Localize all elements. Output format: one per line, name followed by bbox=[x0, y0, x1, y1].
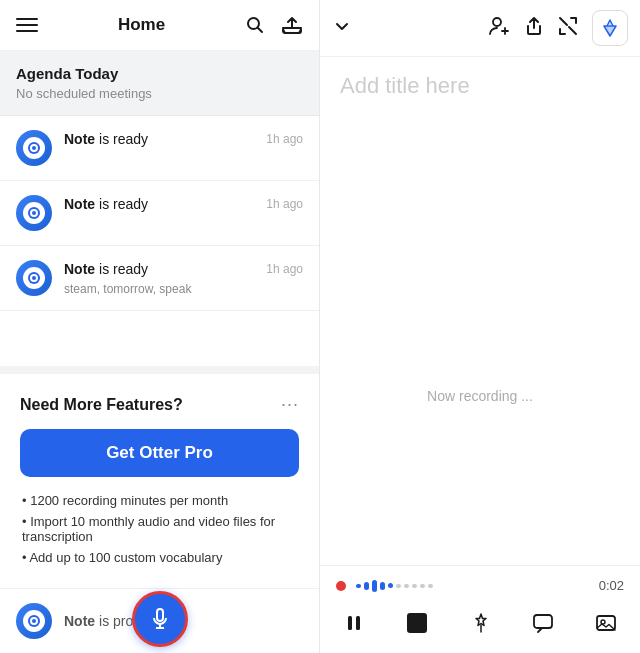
recording-timer: 0:02 bbox=[599, 578, 624, 593]
right-panel: Add title here Now recording ... 0:02 bbox=[320, 0, 640, 653]
expand-button[interactable] bbox=[558, 16, 578, 41]
image-button[interactable] bbox=[588, 605, 624, 641]
wave-bar-2 bbox=[364, 582, 369, 590]
note-time-2: 1h ago bbox=[266, 197, 303, 211]
waveform bbox=[356, 580, 433, 592]
svg-rect-1 bbox=[16, 24, 38, 26]
pause-button[interactable] bbox=[336, 605, 372, 641]
mic-button-wrapper bbox=[132, 591, 188, 647]
mic-record-button[interactable] bbox=[132, 591, 188, 647]
note-item-3[interactable]: Note is ready steam, tomorrow, speak 1h … bbox=[0, 246, 319, 311]
header-title: Home bbox=[118, 15, 165, 35]
search-button[interactable] bbox=[245, 15, 265, 35]
recording-status: Now recording ... bbox=[427, 388, 533, 404]
agenda-subtitle: No scheduled meetings bbox=[16, 86, 303, 101]
wave-bar-1 bbox=[356, 584, 361, 588]
note-item-1[interactable]: Note is ready 1h ago bbox=[0, 116, 319, 181]
promo-feature-1: 1200 recording minutes per month bbox=[20, 493, 299, 508]
notes-list: Note is ready 1h ago Note is ready 1h ag… bbox=[0, 116, 319, 366]
svg-rect-7 bbox=[356, 616, 360, 630]
wave-bar-10 bbox=[428, 584, 433, 588]
note-content-1: Note is ready bbox=[64, 130, 254, 150]
wave-bar-6 bbox=[396, 584, 401, 588]
chat-button[interactable] bbox=[525, 605, 561, 641]
note-text-3: Note is ready bbox=[64, 260, 254, 280]
promo-header: Need More Features? ··· bbox=[20, 394, 299, 415]
recording-dot bbox=[336, 581, 346, 591]
avatar-3 bbox=[16, 260, 52, 296]
wave-bar-5 bbox=[388, 583, 393, 588]
avatar-2 bbox=[16, 195, 52, 231]
stop-button[interactable] bbox=[399, 605, 435, 641]
processing-avatar bbox=[16, 603, 52, 639]
svg-rect-4 bbox=[283, 28, 301, 33]
svg-point-5 bbox=[493, 18, 501, 26]
promo-features: 1200 recording minutes per month Import … bbox=[20, 493, 299, 565]
agenda-title: Agenda Today bbox=[16, 65, 303, 82]
promo-feature-3: Add up to 100 custom vocabulary bbox=[20, 550, 299, 565]
share-button[interactable] bbox=[524, 16, 544, 41]
svg-rect-0 bbox=[16, 18, 38, 20]
mic-icon bbox=[148, 607, 172, 631]
wave-bar-7 bbox=[404, 584, 409, 588]
pin-button[interactable] bbox=[462, 605, 498, 641]
wave-bar-3 bbox=[372, 580, 377, 592]
right-content-area: Add title here Now recording ... bbox=[320, 57, 640, 565]
promo-section: Need More Features? ··· Get Otter Pro 12… bbox=[0, 366, 319, 603]
note-tags-3: steam, tomorrow, speak bbox=[64, 282, 254, 296]
svg-rect-6 bbox=[348, 616, 352, 630]
note-title-placeholder[interactable]: Add title here bbox=[340, 73, 620, 99]
note-time-1: 1h ago bbox=[266, 132, 303, 146]
diamond-button[interactable] bbox=[592, 10, 628, 46]
wave-bar-4 bbox=[380, 582, 385, 590]
note-time-3: 1h ago bbox=[266, 262, 303, 276]
recording-indicator: 0:02 bbox=[336, 578, 624, 593]
note-text-2: Note is ready bbox=[64, 195, 254, 215]
left-panel: Home Agenda Today No scheduled meetings bbox=[0, 0, 320, 653]
wave-bar-8 bbox=[412, 584, 417, 588]
upload-button[interactable] bbox=[281, 14, 303, 36]
note-item-2[interactable]: Note is ready 1h ago bbox=[0, 181, 319, 246]
svg-rect-8 bbox=[534, 615, 552, 628]
add-person-button[interactable] bbox=[488, 15, 510, 42]
right-header-left-icons bbox=[332, 16, 352, 41]
get-pro-button[interactable]: Get Otter Pro bbox=[20, 429, 299, 477]
promo-feature-2: Import 10 monthly audio and video files … bbox=[20, 514, 299, 544]
right-header-right-icons bbox=[488, 10, 628, 46]
avatar-1 bbox=[16, 130, 52, 166]
stop-icon bbox=[407, 613, 427, 633]
menu-button[interactable] bbox=[16, 14, 38, 36]
recording-bar: 0:02 bbox=[320, 565, 640, 653]
right-header bbox=[320, 0, 640, 57]
agenda-section: Agenda Today No scheduled meetings bbox=[0, 51, 319, 116]
note-content-2: Note is ready bbox=[64, 195, 254, 215]
header-icons bbox=[245, 14, 303, 36]
promo-title: Need More Features? bbox=[20, 396, 183, 414]
left-header: Home bbox=[0, 0, 319, 51]
svg-rect-2 bbox=[16, 30, 38, 32]
bottom-processing-bar: Note is processing bbox=[0, 588, 319, 653]
note-content-3: Note is ready steam, tomorrow, speak bbox=[64, 260, 254, 296]
recording-controls bbox=[336, 605, 624, 641]
note-text-1: Note is ready bbox=[64, 130, 254, 150]
wave-bar-9 bbox=[420, 584, 425, 588]
more-options-button[interactable]: ··· bbox=[281, 394, 299, 415]
chevron-down-button[interactable] bbox=[332, 16, 352, 41]
